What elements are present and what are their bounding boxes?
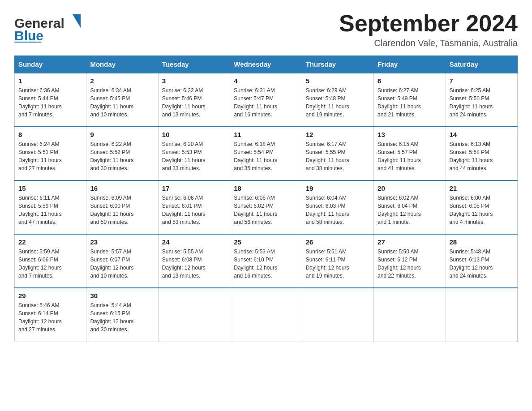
day-number: 26	[306, 238, 370, 246]
day-info: Sunrise: 6:34 AMSunset: 5:45 PMDaylight:…	[90, 86, 154, 119]
day-number: 27	[378, 238, 442, 246]
day-info: Sunrise: 6:04 AMSunset: 6:03 PMDaylight:…	[306, 194, 370, 226]
day-cell	[374, 288, 446, 342]
day-cell: 25Sunrise: 5:53 AMSunset: 6:10 PMDayligh…	[230, 234, 302, 288]
day-cell: 16Sunrise: 6:09 AMSunset: 6:00 PMDayligh…	[86, 180, 158, 234]
day-info: Sunrise: 5:57 AMSunset: 6:07 PMDaylight:…	[90, 248, 154, 280]
week-row-4: 22Sunrise: 5:59 AMSunset: 6:06 PMDayligh…	[15, 234, 518, 288]
day-info: Sunrise: 5:59 AMSunset: 6:06 PMDaylight:…	[18, 248, 82, 280]
day-number: 19	[306, 184, 370, 192]
day-cell: 21Sunrise: 6:00 AMSunset: 6:05 PMDayligh…	[446, 180, 517, 234]
day-info: Sunrise: 6:18 AMSunset: 5:54 PMDaylight:…	[234, 140, 298, 172]
week-row-1: 1Sunrise: 6:36 AMSunset: 5:44 PMDaylight…	[15, 73, 518, 127]
month-title: September 2024	[339, 11, 518, 36]
day-cell: 3Sunrise: 6:32 AMSunset: 5:46 PMDaylight…	[158, 73, 230, 127]
day-cell: 19Sunrise: 6:04 AMSunset: 6:03 PMDayligh…	[302, 180, 373, 234]
day-info: Sunrise: 6:36 AMSunset: 5:44 PMDaylight:…	[18, 86, 82, 119]
day-cell: 11Sunrise: 6:18 AMSunset: 5:54 PMDayligh…	[230, 127, 302, 180]
logo-svg: General Blue	[14, 11, 86, 43]
day-info: Sunrise: 6:24 AMSunset: 5:51 PMDaylight:…	[18, 140, 82, 172]
day-cell: 10Sunrise: 6:20 AMSunset: 5:53 PMDayligh…	[158, 127, 230, 180]
day-number: 18	[234, 184, 298, 192]
day-number: 29	[18, 292, 82, 300]
weekday-header-row: SundayMondayTuesdayWednesdayThursdayFrid…	[15, 56, 518, 73]
day-cell: 1Sunrise: 6:36 AMSunset: 5:44 PMDaylight…	[15, 73, 86, 127]
day-cell: 7Sunrise: 6:25 AMSunset: 5:50 PMDaylight…	[446, 73, 517, 127]
day-number: 30	[90, 292, 154, 300]
weekday-header-thursday: Thursday	[302, 56, 373, 73]
weekday-header-monday: Monday	[86, 56, 158, 73]
day-info: Sunrise: 5:50 AMSunset: 6:12 PMDaylight:…	[378, 248, 442, 280]
day-number: 6	[378, 77, 442, 85]
week-row-3: 15Sunrise: 6:11 AMSunset: 5:59 PMDayligh…	[15, 180, 518, 234]
day-cell: 24Sunrise: 5:55 AMSunset: 6:08 PMDayligh…	[158, 234, 230, 288]
day-number: 4	[234, 77, 298, 85]
calendar-table: SundayMondayTuesdayWednesdayThursdayFrid…	[14, 56, 518, 342]
day-cell: 12Sunrise: 6:17 AMSunset: 5:55 PMDayligh…	[302, 127, 373, 180]
day-number: 12	[306, 131, 370, 138]
day-number: 5	[306, 77, 370, 85]
day-cell: 30Sunrise: 5:44 AMSunset: 6:15 PMDayligh…	[86, 288, 158, 342]
day-number: 9	[90, 131, 154, 138]
day-number: 13	[378, 131, 442, 138]
day-cell: 20Sunrise: 6:02 AMSunset: 6:04 PMDayligh…	[374, 180, 446, 234]
day-cell: 27Sunrise: 5:50 AMSunset: 6:12 PMDayligh…	[374, 234, 446, 288]
day-number: 14	[450, 131, 514, 138]
day-cell	[302, 288, 373, 342]
day-info: Sunrise: 6:06 AMSunset: 6:02 PMDaylight:…	[234, 194, 298, 226]
day-cell: 23Sunrise: 5:57 AMSunset: 6:07 PMDayligh…	[86, 234, 158, 288]
day-info: Sunrise: 6:29 AMSunset: 5:48 PMDaylight:…	[306, 86, 370, 119]
title-block: September 2024 Clarendon Vale, Tasmania,…	[339, 11, 518, 48]
day-cell	[446, 288, 517, 342]
day-info: Sunrise: 5:44 AMSunset: 6:15 PMDaylight:…	[90, 301, 154, 334]
svg-text:Blue: Blue	[14, 28, 43, 43]
day-number: 22	[18, 238, 82, 246]
day-info: Sunrise: 6:27 AMSunset: 5:49 PMDaylight:…	[378, 86, 442, 119]
day-cell: 9Sunrise: 6:22 AMSunset: 5:52 PMDaylight…	[86, 127, 158, 180]
day-cell: 28Sunrise: 5:48 AMSunset: 6:13 PMDayligh…	[446, 234, 517, 288]
day-cell: 18Sunrise: 6:06 AMSunset: 6:02 PMDayligh…	[230, 180, 302, 234]
day-info: Sunrise: 6:22 AMSunset: 5:52 PMDaylight:…	[90, 140, 154, 172]
day-cell: 2Sunrise: 6:34 AMSunset: 5:45 PMDaylight…	[86, 73, 158, 127]
day-number: 2	[90, 77, 154, 85]
page-header: General Blue September 2024 Clarendon Va…	[14, 11, 518, 48]
day-number: 20	[378, 184, 442, 192]
week-row-5: 29Sunrise: 5:46 AMSunset: 6:14 PMDayligh…	[15, 288, 518, 342]
day-info: Sunrise: 5:53 AMSunset: 6:10 PMDaylight:…	[234, 248, 298, 280]
day-number: 7	[450, 77, 514, 85]
day-number: 17	[162, 184, 226, 192]
day-number: 10	[162, 131, 226, 138]
day-info: Sunrise: 6:32 AMSunset: 5:46 PMDaylight:…	[162, 86, 226, 119]
weekday-header-saturday: Saturday	[446, 56, 517, 73]
day-number: 16	[90, 184, 154, 192]
day-info: Sunrise: 6:15 AMSunset: 5:57 PMDaylight:…	[378, 140, 442, 172]
day-cell: 6Sunrise: 6:27 AMSunset: 5:49 PMDaylight…	[374, 73, 446, 127]
day-cell: 5Sunrise: 6:29 AMSunset: 5:48 PMDaylight…	[302, 73, 373, 127]
day-info: Sunrise: 6:08 AMSunset: 6:01 PMDaylight:…	[162, 194, 226, 226]
day-number: 3	[162, 77, 226, 85]
day-cell	[158, 288, 230, 342]
weekday-header-sunday: Sunday	[15, 56, 86, 73]
day-info: Sunrise: 6:20 AMSunset: 5:53 PMDaylight:…	[162, 140, 226, 172]
week-row-2: 8Sunrise: 6:24 AMSunset: 5:51 PMDaylight…	[15, 127, 518, 180]
day-cell: 8Sunrise: 6:24 AMSunset: 5:51 PMDaylight…	[15, 127, 86, 180]
day-cell: 13Sunrise: 6:15 AMSunset: 5:57 PMDayligh…	[374, 127, 446, 180]
day-info: Sunrise: 5:46 AMSunset: 6:14 PMDaylight:…	[18, 301, 82, 334]
day-info: Sunrise: 6:02 AMSunset: 6:04 PMDaylight:…	[378, 194, 442, 226]
day-cell: 4Sunrise: 6:31 AMSunset: 5:47 PMDaylight…	[230, 73, 302, 127]
day-info: Sunrise: 5:48 AMSunset: 6:13 PMDaylight:…	[450, 248, 514, 280]
day-info: Sunrise: 5:51 AMSunset: 6:11 PMDaylight:…	[306, 248, 370, 280]
svg-marker-1	[73, 14, 81, 28]
location-subtitle: Clarendon Vale, Tasmania, Australia	[339, 38, 518, 48]
day-number: 28	[450, 238, 514, 246]
day-cell: 22Sunrise: 5:59 AMSunset: 6:06 PMDayligh…	[15, 234, 86, 288]
day-number: 1	[18, 77, 82, 85]
day-info: Sunrise: 5:55 AMSunset: 6:08 PMDaylight:…	[162, 248, 226, 280]
weekday-header-wednesday: Wednesday	[230, 56, 302, 73]
weekday-header-tuesday: Tuesday	[158, 56, 230, 73]
day-cell: 15Sunrise: 6:11 AMSunset: 5:59 PMDayligh…	[15, 180, 86, 234]
day-info: Sunrise: 6:00 AMSunset: 6:05 PMDaylight:…	[450, 194, 514, 226]
day-number: 21	[450, 184, 514, 192]
day-cell: 29Sunrise: 5:46 AMSunset: 6:14 PMDayligh…	[15, 288, 86, 342]
day-info: Sunrise: 6:17 AMSunset: 5:55 PMDaylight:…	[306, 140, 370, 172]
